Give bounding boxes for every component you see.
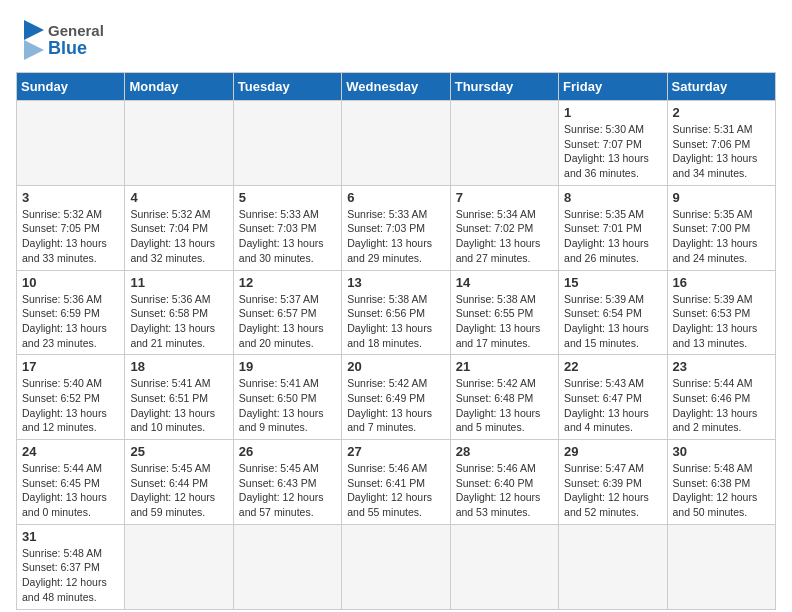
day-info: Sunrise: 5:31 AMSunset: 7:06 PMDaylight:…: [673, 122, 770, 181]
day-info: Sunrise: 5:44 AMSunset: 6:45 PMDaylight:…: [22, 461, 119, 520]
day-info: Sunrise: 5:45 AMSunset: 6:43 PMDaylight:…: [239, 461, 336, 520]
day-info: Sunrise: 5:47 AMSunset: 6:39 PMDaylight:…: [564, 461, 661, 520]
calendar-cell: 1Sunrise: 5:30 AMSunset: 7:07 PMDaylight…: [559, 101, 667, 186]
svg-text:General: General: [48, 22, 104, 39]
day-number: 24: [22, 444, 119, 459]
day-info: Sunrise: 5:39 AMSunset: 6:54 PMDaylight:…: [564, 292, 661, 351]
calendar-cell: [559, 524, 667, 609]
day-number: 26: [239, 444, 336, 459]
day-info: Sunrise: 5:46 AMSunset: 6:40 PMDaylight:…: [456, 461, 553, 520]
day-info: Sunrise: 5:40 AMSunset: 6:52 PMDaylight:…: [22, 376, 119, 435]
calendar-cell: [667, 524, 775, 609]
calendar-cell: [342, 524, 450, 609]
day-number: 16: [673, 275, 770, 290]
day-number: 25: [130, 444, 227, 459]
day-number: 31: [22, 529, 119, 544]
calendar-cell: 5Sunrise: 5:33 AMSunset: 7:03 PMDaylight…: [233, 185, 341, 270]
day-info: Sunrise: 5:44 AMSunset: 6:46 PMDaylight:…: [673, 376, 770, 435]
day-number: 20: [347, 359, 444, 374]
day-info: Sunrise: 5:35 AMSunset: 7:01 PMDaylight:…: [564, 207, 661, 266]
day-info: Sunrise: 5:38 AMSunset: 6:55 PMDaylight:…: [456, 292, 553, 351]
calendar-cell: 14Sunrise: 5:38 AMSunset: 6:55 PMDayligh…: [450, 270, 558, 355]
day-info: Sunrise: 5:32 AMSunset: 7:05 PMDaylight:…: [22, 207, 119, 266]
calendar-cell: 17Sunrise: 5:40 AMSunset: 6:52 PMDayligh…: [17, 355, 125, 440]
calendar-cell: 7Sunrise: 5:34 AMSunset: 7:02 PMDaylight…: [450, 185, 558, 270]
weekday-header: Tuesday: [233, 73, 341, 101]
day-number: 27: [347, 444, 444, 459]
day-info: Sunrise: 5:33 AMSunset: 7:03 PMDaylight:…: [347, 207, 444, 266]
day-number: 6: [347, 190, 444, 205]
svg-marker-3: [24, 40, 44, 60]
calendar-cell: 13Sunrise: 5:38 AMSunset: 6:56 PMDayligh…: [342, 270, 450, 355]
weekday-header: Monday: [125, 73, 233, 101]
weekday-header: Saturday: [667, 73, 775, 101]
calendar-cell: 24Sunrise: 5:44 AMSunset: 6:45 PMDayligh…: [17, 440, 125, 525]
calendar-week-row: 1Sunrise: 5:30 AMSunset: 7:07 PMDaylight…: [17, 101, 776, 186]
weekday-header-row: SundayMondayTuesdayWednesdayThursdayFrid…: [17, 73, 776, 101]
calendar-table: SundayMondayTuesdayWednesdayThursdayFrid…: [16, 72, 776, 610]
calendar-week-row: 3Sunrise: 5:32 AMSunset: 7:05 PMDaylight…: [17, 185, 776, 270]
day-info: Sunrise: 5:42 AMSunset: 6:49 PMDaylight:…: [347, 376, 444, 435]
day-number: 19: [239, 359, 336, 374]
day-number: 2: [673, 105, 770, 120]
day-number: 5: [239, 190, 336, 205]
day-number: 18: [130, 359, 227, 374]
calendar-cell: 2Sunrise: 5:31 AMSunset: 7:06 PMDaylight…: [667, 101, 775, 186]
day-info: Sunrise: 5:37 AMSunset: 6:57 PMDaylight:…: [239, 292, 336, 351]
day-number: 8: [564, 190, 661, 205]
day-info: Sunrise: 5:35 AMSunset: 7:00 PMDaylight:…: [673, 207, 770, 266]
calendar-cell: [233, 101, 341, 186]
calendar-week-row: 31Sunrise: 5:48 AMSunset: 6:37 PMDayligh…: [17, 524, 776, 609]
day-number: 1: [564, 105, 661, 120]
calendar-cell: 25Sunrise: 5:45 AMSunset: 6:44 PMDayligh…: [125, 440, 233, 525]
day-number: 23: [673, 359, 770, 374]
day-number: 11: [130, 275, 227, 290]
day-info: Sunrise: 5:45 AMSunset: 6:44 PMDaylight:…: [130, 461, 227, 520]
day-number: 21: [456, 359, 553, 374]
calendar-cell: 21Sunrise: 5:42 AMSunset: 6:48 PMDayligh…: [450, 355, 558, 440]
day-number: 17: [22, 359, 119, 374]
calendar-cell: 15Sunrise: 5:39 AMSunset: 6:54 PMDayligh…: [559, 270, 667, 355]
header: General Blue: [16, 16, 776, 60]
day-number: 4: [130, 190, 227, 205]
calendar-cell: 22Sunrise: 5:43 AMSunset: 6:47 PMDayligh…: [559, 355, 667, 440]
calendar-cell: 6Sunrise: 5:33 AMSunset: 7:03 PMDaylight…: [342, 185, 450, 270]
calendar-cell: [125, 101, 233, 186]
calendar-cell: 16Sunrise: 5:39 AMSunset: 6:53 PMDayligh…: [667, 270, 775, 355]
calendar-cell: 12Sunrise: 5:37 AMSunset: 6:57 PMDayligh…: [233, 270, 341, 355]
calendar-cell: 18Sunrise: 5:41 AMSunset: 6:51 PMDayligh…: [125, 355, 233, 440]
calendar-cell: 20Sunrise: 5:42 AMSunset: 6:49 PMDayligh…: [342, 355, 450, 440]
day-number: 22: [564, 359, 661, 374]
day-info: Sunrise: 5:43 AMSunset: 6:47 PMDaylight:…: [564, 376, 661, 435]
calendar-cell: 3Sunrise: 5:32 AMSunset: 7:05 PMDaylight…: [17, 185, 125, 270]
weekday-header: Sunday: [17, 73, 125, 101]
calendar-cell: 30Sunrise: 5:48 AMSunset: 6:38 PMDayligh…: [667, 440, 775, 525]
day-info: Sunrise: 5:30 AMSunset: 7:07 PMDaylight:…: [564, 122, 661, 181]
day-info: Sunrise: 5:33 AMSunset: 7:03 PMDaylight:…: [239, 207, 336, 266]
calendar-cell: 10Sunrise: 5:36 AMSunset: 6:59 PMDayligh…: [17, 270, 125, 355]
day-info: Sunrise: 5:42 AMSunset: 6:48 PMDaylight:…: [456, 376, 553, 435]
calendar-cell: 31Sunrise: 5:48 AMSunset: 6:37 PMDayligh…: [17, 524, 125, 609]
day-info: Sunrise: 5:48 AMSunset: 6:37 PMDaylight:…: [22, 546, 119, 605]
day-info: Sunrise: 5:34 AMSunset: 7:02 PMDaylight:…: [456, 207, 553, 266]
calendar-cell: [450, 101, 558, 186]
calendar-cell: [125, 524, 233, 609]
day-info: Sunrise: 5:41 AMSunset: 6:50 PMDaylight:…: [239, 376, 336, 435]
calendar-cell: [342, 101, 450, 186]
calendar-week-row: 10Sunrise: 5:36 AMSunset: 6:59 PMDayligh…: [17, 270, 776, 355]
day-number: 7: [456, 190, 553, 205]
weekday-header: Thursday: [450, 73, 558, 101]
calendar-week-row: 17Sunrise: 5:40 AMSunset: 6:52 PMDayligh…: [17, 355, 776, 440]
day-number: 30: [673, 444, 770, 459]
day-number: 15: [564, 275, 661, 290]
day-info: Sunrise: 5:41 AMSunset: 6:51 PMDaylight:…: [130, 376, 227, 435]
calendar-cell: [17, 101, 125, 186]
svg-marker-2: [24, 20, 44, 40]
calendar-cell: 19Sunrise: 5:41 AMSunset: 6:50 PMDayligh…: [233, 355, 341, 440]
day-number: 10: [22, 275, 119, 290]
day-number: 29: [564, 444, 661, 459]
calendar-cell: 9Sunrise: 5:35 AMSunset: 7:00 PMDaylight…: [667, 185, 775, 270]
day-info: Sunrise: 5:39 AMSunset: 6:53 PMDaylight:…: [673, 292, 770, 351]
day-info: Sunrise: 5:46 AMSunset: 6:41 PMDaylight:…: [347, 461, 444, 520]
day-number: 28: [456, 444, 553, 459]
